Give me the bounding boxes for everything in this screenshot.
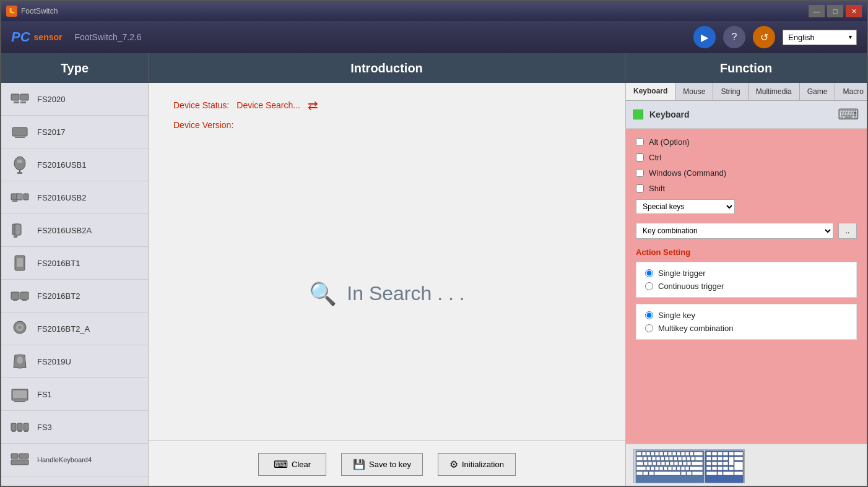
sidebar-item-fs1[interactable]: FS1	[1, 378, 148, 411]
svg-rect-84	[646, 467, 650, 470]
tab-multimedia[interactable]: Multimedia	[749, 83, 800, 100]
sidebar-item-fs2016bt1[interactable]: FS2016BT1	[1, 247, 148, 280]
sidebar-item-fs2016bt2[interactable]: FS2016BT2	[1, 280, 148, 312]
svg-rect-13	[12, 200, 17, 202]
svg-rect-79	[679, 462, 682, 465]
sidebar-item-fs2017[interactable]: FS2017	[1, 116, 148, 149]
clear-button[interactable]: ⌨ Clear	[258, 453, 326, 476]
close-button[interactable]: ✕	[846, 5, 862, 17]
svg-rect-120	[712, 467, 717, 470]
svg-rect-112	[729, 457, 734, 465]
svg-rect-65	[678, 457, 682, 460]
fs2016bt1-icon	[9, 252, 31, 274]
sidebar-item-handlekeyboard4[interactable]: HandleKeyboard4	[1, 444, 148, 476]
sidebar-item-fs2016bt2a[interactable]: FS2016BT2_A	[1, 312, 148, 345]
svg-rect-118	[734, 462, 743, 470]
logo-sensor: sensor	[34, 32, 63, 42]
center-panel: Device Status: Device Search... ⇄ Device…	[149, 83, 625, 487]
initialization-button[interactable]: ⚙ Initialization	[438, 453, 516, 476]
svg-rect-70	[636, 462, 643, 465]
join-button[interactable]: ▶	[693, 26, 716, 48]
svg-rect-31	[17, 423, 22, 431]
minimize-button[interactable]: —	[809, 5, 825, 17]
special-keys-select[interactable]: Special keys	[636, 199, 735, 214]
svg-rect-98	[654, 472, 680, 475]
svg-rect-0	[11, 94, 19, 100]
svg-rect-93	[685, 467, 689, 470]
ctrl-label[interactable]: Ctrl	[649, 153, 661, 162]
tab-keyboard[interactable]: Keyboard	[626, 83, 675, 100]
svg-rect-114	[706, 462, 711, 465]
svg-point-26	[17, 356, 23, 364]
alt-label[interactable]: Alt (Option)	[649, 137, 690, 147]
svg-rect-38	[11, 460, 28, 465]
refresh-button[interactable]: ↺	[753, 26, 775, 48]
windows-checkbox[interactable]	[636, 169, 644, 177]
continuous-trigger-label[interactable]: Continuous trigger	[658, 282, 724, 291]
single-trigger-label[interactable]: Single trigger	[658, 269, 706, 278]
shift-label[interactable]: Shift	[649, 184, 665, 193]
single-trigger-radio[interactable]	[645, 269, 653, 277]
svg-rect-103	[712, 452, 717, 455]
alt-checkbox[interactable]	[636, 138, 644, 146]
svg-rect-43	[642, 452, 646, 455]
sidebar-item-fs3[interactable]: FS3	[1, 411, 148, 444]
single-key-radio[interactable]	[645, 311, 653, 319]
maximize-button[interactable]: □	[827, 5, 843, 17]
key-type-box: Single key Multikey combination	[636, 304, 857, 340]
language-select[interactable]: English Chinese	[783, 30, 857, 45]
fs2019u-icon	[9, 350, 31, 373]
save-to-key-button[interactable]: 💾 Save to key	[341, 453, 423, 476]
sidebar-item-fs2016usb1[interactable]: FS2016USB1	[1, 149, 148, 181]
svg-rect-113	[734, 457, 743, 460]
window-buttons: — □ ✕	[809, 5, 862, 17]
save-icon: 💾	[353, 459, 365, 470]
single-key-label[interactable]: Single key	[658, 311, 695, 320]
sidebar-item-fs2019u[interactable]: FS2019U	[1, 345, 148, 378]
svg-rect-44	[646, 452, 650, 455]
svg-rect-60	[656, 457, 660, 460]
sidebar[interactable]: FS2020 FS2017 FS2016USB1	[1, 83, 149, 487]
tab-game[interactable]: Game	[800, 83, 836, 100]
svg-rect-68	[691, 457, 695, 460]
svg-rect-57	[643, 457, 647, 460]
multikey-radio[interactable]	[645, 324, 653, 332]
sidebar-item-label: HandleKeyboard4	[37, 456, 92, 463]
shift-checkbox[interactable]	[636, 184, 644, 192]
sidebar-item-label: FS2017	[37, 127, 66, 137]
svg-rect-45	[651, 452, 654, 455]
ctrl-checkbox-row: Ctrl	[636, 153, 857, 162]
sidebar-item-fs2020[interactable]: FS2020	[1, 83, 148, 116]
multikey-label[interactable]: Multikey combination	[658, 324, 733, 333]
language-selector-wrapper[interactable]: English Chinese	[783, 30, 857, 45]
sidebar-item-fs2016usb2a[interactable]: FS2016USB2A	[1, 214, 148, 247]
sidebar-item-label: FS2016USB1	[37, 160, 87, 170]
sidebar-item-fs2016usb2[interactable]: FS2016USB2	[1, 181, 148, 214]
svg-rect-22	[22, 300, 27, 301]
help-button[interactable]: ?	[723, 26, 745, 48]
key-combo-select[interactable]: Key combination	[636, 223, 833, 239]
svg-rect-81	[687, 462, 691, 465]
ctrl-checkbox[interactable]	[636, 153, 644, 162]
svg-rect-20	[20, 292, 28, 300]
app-name: FootSwitch_7.2.6	[74, 32, 141, 42]
windows-label[interactable]: Windows (Command)	[649, 168, 726, 178]
tab-macro[interactable]: Macro	[835, 83, 868, 100]
tab-string[interactable]: String	[713, 83, 748, 100]
join-icon: ▶	[701, 32, 708, 43]
search-area: 🔍 In Search . . .	[149, 147, 625, 440]
dots-button[interactable]: ..	[838, 223, 857, 239]
continuous-trigger-radio[interactable]	[645, 282, 653, 290]
fs2017-icon	[9, 121, 31, 143]
app-icon: 🦶	[6, 6, 17, 17]
svg-rect-15	[15, 224, 21, 235]
sidebar-item-label: FS2016BT2	[37, 291, 80, 301]
svg-rect-89	[668, 467, 672, 470]
svg-rect-12	[24, 194, 28, 200]
svg-rect-32	[24, 423, 28, 431]
tab-mouse[interactable]: Mouse	[675, 83, 713, 100]
fs2016usb2a-icon	[9, 219, 31, 241]
introduction-header: Introduction	[149, 53, 625, 83]
svg-rect-101	[692, 472, 703, 475]
svg-rect-34	[18, 431, 22, 432]
